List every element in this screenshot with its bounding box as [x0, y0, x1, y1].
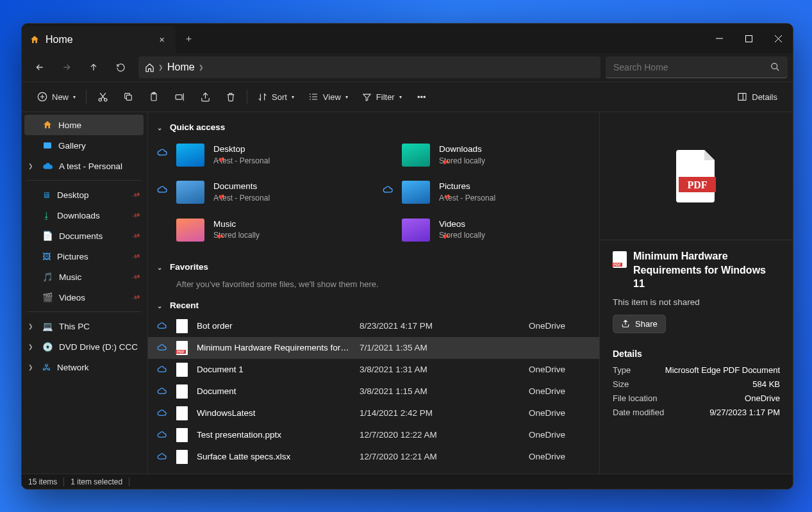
up-button[interactable] [81, 56, 106, 79]
new-tab-button[interactable]: ＋ [176, 24, 201, 53]
file-date: 3/8/2021 1:31 AM [360, 365, 520, 374]
breadcrumb[interactable]: ❯ Home ❯ [138, 56, 601, 78]
quickaccess-name: Videos [439, 219, 485, 231]
details-heading: Details [613, 349, 780, 359]
search-input[interactable] [613, 62, 765, 72]
details-pane: PDF Minimum Hardware Requirements for Wi… [599, 112, 793, 474]
plus-circle-icon [37, 92, 47, 102]
sidebar-item-label: Videos [59, 293, 85, 302]
file-date: 7/1/2021 1:35 AM [360, 343, 520, 352]
share-button[interactable] [193, 86, 217, 108]
sidebar-item-desktop[interactable]: 🖥Desktop📌 [24, 185, 144, 205]
sort-button[interactable]: Sort ▾ [251, 86, 301, 108]
search-icon[interactable] [770, 62, 780, 72]
crumb-home[interactable]: Home [167, 62, 195, 73]
chevron-right-icon[interactable]: ❯ [28, 163, 33, 169]
recent-row[interactable]: Document 13/8/2021 1:31 AMOneDrive [148, 359, 599, 381]
quickaccess-name: Documents [213, 181, 270, 193]
section-label: Recent [170, 301, 199, 310]
share-button[interactable]: Share [613, 315, 666, 333]
paste-button[interactable] [142, 86, 166, 108]
quickaccess-item[interactable]: VideosStored locally📌 [374, 216, 599, 253]
recent-row[interactable]: Minimum Hardware Requirements for Win…7/… [148, 337, 599, 359]
recent-row[interactable]: WindowsLatest1/14/2021 2:42 PMOneDrive [148, 402, 599, 424]
details-label: Details [752, 92, 777, 102]
svg-rect-1 [745, 35, 752, 42]
forward-button[interactable] [54, 56, 79, 79]
svg-text:PDF: PDF [687, 179, 707, 190]
tab-close-icon[interactable]: ✕ [154, 32, 169, 47]
chevron-right-icon[interactable]: ❯ [28, 364, 33, 370]
sidebar-item-label: Music [59, 272, 81, 282]
more-button[interactable]: ••• [410, 86, 434, 108]
quickaccess-item[interactable]: DesktopA test - Personal📌 [148, 141, 374, 178]
detail-key: Type [613, 365, 631, 375]
preview-area: PDF [600, 112, 793, 240]
tab-home[interactable]: Home ✕ [22, 26, 176, 53]
quickaccess-name: Music [213, 219, 260, 231]
sidebar-item-label: Home [58, 120, 81, 130]
sidebar-item-downloads[interactable]: ⭳Downloads📌 [24, 205, 144, 226]
view-button[interactable]: View ▾ [302, 86, 354, 108]
cloud-icon [157, 343, 167, 352]
section-quickaccess[interactable]: ⌄ Quick access [148, 117, 599, 137]
sidebar-item-music[interactable]: 🎵Music📌 [24, 267, 144, 287]
back-button[interactable] [27, 56, 53, 79]
section-favorites[interactable]: ⌄ Favorites [148, 257, 599, 277]
file-location: OneDrive [529, 365, 590, 374]
minimize-button[interactable] [704, 24, 734, 53]
sidebar-item-thispc[interactable]: ❯💻This PC [24, 316, 144, 336]
recent-row[interactable]: Document3/8/2021 1:15 AMOneDrive [148, 381, 599, 402]
sidebar-item-videos[interactable]: 🎬Videos📌 [24, 287, 144, 308]
chevron-right-icon[interactable]: ❯ [28, 323, 33, 329]
main-content: ⌄ Quick access DesktopA test - Personal📌… [148, 112, 599, 474]
delete-button[interactable] [219, 86, 243, 108]
videos-icon: 🎬 [42, 292, 53, 302]
recent-row[interactable]: Bot order8/23/2021 4:17 PMOneDrive [148, 315, 599, 337]
chevron-down-icon: ⌄ [157, 264, 162, 271]
download-icon: ⭳ [42, 211, 51, 220]
rename-button[interactable] [167, 86, 192, 108]
file-location: OneDrive [529, 408, 590, 418]
cut-button[interactable] [90, 86, 115, 108]
sidebar-item-documents[interactable]: 📄Documents📌 [24, 226, 144, 246]
folder-icon [402, 181, 430, 204]
status-bar: 15 items 1 item selected [22, 474, 793, 489]
quickaccess-item[interactable]: DownloadsStored locally📌 [374, 141, 599, 178]
chevron-right-icon[interactable]: ❯ [28, 343, 33, 350]
details-toggle[interactable]: Details [731, 86, 784, 108]
gallery-icon [42, 140, 53, 151]
new-button[interactable]: New ▾ [31, 86, 82, 108]
search-box[interactable] [606, 56, 788, 78]
recent-row[interactable]: Test presentation.pptx12/7/2020 12:22 AM… [148, 424, 599, 446]
sidebar-item-network[interactable]: ❯🖧Network [24, 357, 144, 377]
copy-button[interactable] [116, 86, 140, 108]
quickaccess-item[interactable]: MusicStored locally📌 [148, 216, 374, 253]
section-recent[interactable]: ⌄ Recent [148, 295, 599, 315]
cloud-icon [157, 185, 167, 195]
file-icon [176, 341, 188, 355]
file-icon [176, 384, 188, 399]
sidebar-item-home[interactable]: Home [24, 115, 144, 135]
folder-icon [176, 144, 204, 167]
detail-key: File location [613, 393, 657, 403]
svg-rect-9 [176, 94, 182, 99]
close-button[interactable] [763, 24, 793, 53]
quickaccess-item[interactable]: PicturesA test - Personal📌 [374, 178, 599, 215]
sidebar-item-onedrive[interactable]: ❯ A test - Personal [24, 156, 144, 176]
documents-icon: 📄 [42, 231, 53, 241]
recent-row[interactable]: Surface Latte specs.xlsx12/7/2020 12:21 … [148, 446, 599, 468]
navbar: ❯ Home ❯ [22, 53, 793, 81]
sidebar-item-gallery[interactable]: Gallery [24, 135, 144, 156]
quickaccess-item[interactable]: DocumentsA test - Personal📌 [148, 178, 374, 215]
section-label: Quick access [170, 122, 225, 132]
filter-button[interactable]: Filter ▾ [356, 86, 408, 108]
details-icon [737, 92, 747, 102]
chevron-right-icon[interactable]: ❯ [199, 64, 204, 70]
file-name: Document 1 [197, 365, 351, 374]
sidebar-item-pictures[interactable]: 🖼Pictures📌 [24, 246, 144, 267]
sidebar-item-dvd[interactable]: ❯💿DVD Drive (D:) CCC [24, 336, 144, 357]
tab-title: Home [46, 34, 73, 45]
maximize-button[interactable] [734, 24, 763, 53]
refresh-button[interactable] [108, 56, 133, 79]
